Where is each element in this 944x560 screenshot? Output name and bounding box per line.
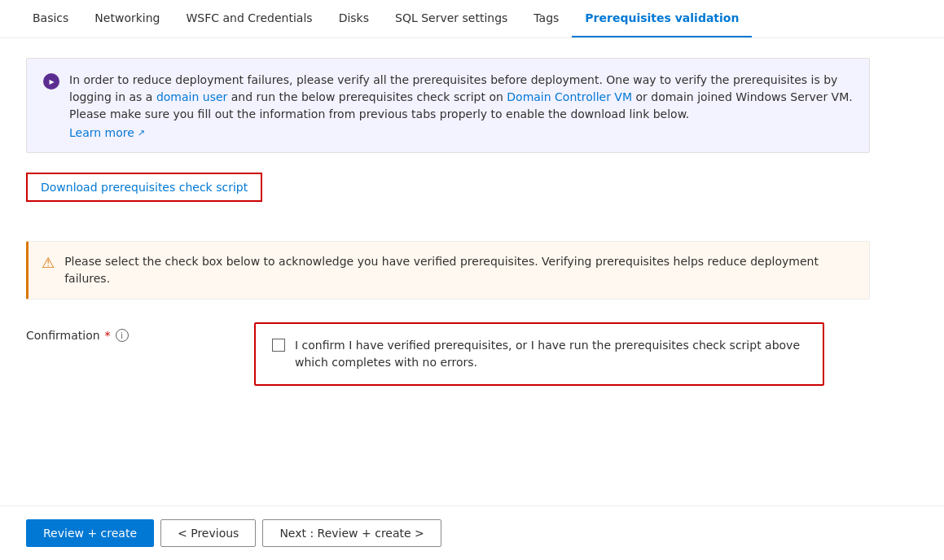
confirmation-checkbox[interactable] (272, 339, 285, 352)
confirmation-label-text: Confirmation (26, 329, 100, 342)
confirmation-text: I confirm I have verified prerequisites,… (295, 337, 806, 371)
download-button-label: Download prerequisites check script (41, 181, 248, 194)
tab-tags[interactable]: Tags (520, 0, 572, 37)
learn-more-link[interactable]: Learn more ↗ (69, 126, 145, 139)
next-button[interactable]: Next : Review + create > (262, 519, 441, 547)
tab-sql-server[interactable]: SQL Server settings (382, 0, 520, 37)
confirmation-label-area: Confirmation * i (26, 322, 254, 342)
review-create-button[interactable]: Review + create (26, 519, 154, 547)
domain-user-link[interactable]: domain user (156, 90, 227, 103)
tab-basics[interactable]: Basics (20, 0, 81, 37)
confirmation-info-icon[interactable]: i (116, 329, 129, 342)
warning-banner: ⚠ Please select the check box below to a… (26, 241, 870, 300)
footer: Review + create < Previous Next : Review… (0, 505, 944, 560)
external-link-icon: ↗ (138, 128, 145, 138)
domain-controller-link[interactable]: Domain Controller VM (507, 90, 632, 103)
info-banner-icon (43, 73, 59, 90)
previous-button[interactable]: < Previous (160, 519, 256, 547)
warning-icon: ⚠ (42, 254, 55, 287)
navigation-tabs: BasicsNetworkingWSFC and CredentialsDisk… (0, 0, 944, 38)
tab-wsfc[interactable]: WSFC and Credentials (173, 0, 325, 37)
required-indicator: * (105, 329, 111, 342)
confirmation-box: I confirm I have verified prerequisites,… (254, 322, 824, 386)
confirmation-section: Confirmation * i I confirm I have verifi… (26, 322, 870, 386)
info-banner-text: In order to reduce deployment failures, … (69, 72, 853, 123)
info-banner: In order to reduce deployment failures, … (26, 58, 870, 153)
tab-networking[interactable]: Networking (81, 0, 173, 37)
learn-more-label: Learn more (69, 126, 134, 139)
main-content: In order to reduce deployment failures, … (0, 38, 896, 405)
info-banner-body: In order to reduce deployment failures, … (69, 72, 853, 139)
tab-prerequisites[interactable]: Prerequisites validation (572, 0, 752, 37)
warning-text: Please select the check box below to ack… (64, 253, 856, 287)
checkbox-wrapper (272, 339, 285, 352)
tab-disks[interactable]: Disks (326, 0, 382, 37)
download-prerequisites-button[interactable]: Download prerequisites check script (26, 173, 262, 202)
